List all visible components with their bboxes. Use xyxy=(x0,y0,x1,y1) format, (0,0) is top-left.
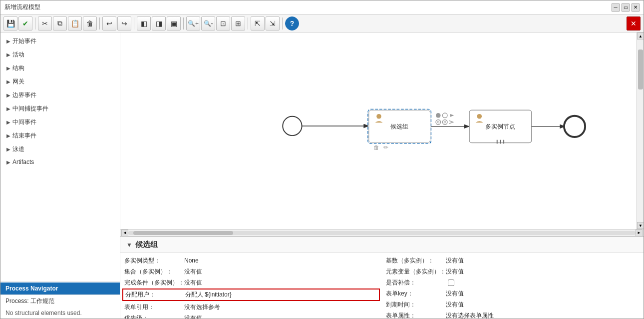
task1-label: 候选组 xyxy=(390,123,408,130)
expand-button[interactable]: ⇱ xyxy=(251,16,265,30)
sidebar-item-start-event[interactable]: ▶ 开始事件 xyxy=(0,34,120,48)
sidebar-item-label: 活动 xyxy=(12,50,24,59)
align-left-button[interactable]: ◧ xyxy=(137,16,151,30)
arrow-icon: ▶ xyxy=(6,79,10,84)
window-controls: ─ ▭ ✕ xyxy=(612,4,640,12)
zoom-100-button[interactable]: ⊞ xyxy=(231,16,245,30)
toolbar-separator-1 xyxy=(35,18,35,30)
redo-button[interactable]: ↪ xyxy=(117,16,131,30)
no-structural-text: No structural elements used. xyxy=(0,308,120,318)
prop-label: 元素变量（多实例）： xyxy=(386,268,446,276)
sidebar-item-intermediate-catch[interactable]: ▶ 中间捕捉事件 xyxy=(0,102,120,116)
zoom-out-button[interactable]: 🔍- xyxy=(201,16,215,30)
cut-button[interactable]: ✂ xyxy=(38,16,52,30)
zoom-fit-button[interactable]: ⊡ xyxy=(216,16,230,30)
panel-header: ▼ 候选组 xyxy=(120,237,644,253)
sidebar-item-swimlane[interactable]: ▶ 泳道 xyxy=(0,142,120,156)
sidebar-item-label: 开始事件 xyxy=(12,37,36,46)
toolbar-close-button[interactable]: ✕ xyxy=(627,16,641,30)
diagram-canvas[interactable]: 候选组 🗑 ✏ xyxy=(120,32,637,229)
property-panel: ▼ 候选组 多实例类型： None 集合（多实例）： 没有值 xyxy=(120,236,644,318)
help-button[interactable]: ? xyxy=(285,16,299,30)
panel-title: 候选组 xyxy=(135,240,158,250)
prop-form-key: 表单key： 没有值 xyxy=(382,288,644,299)
toolbar-separator-6 xyxy=(282,18,283,30)
collapse-button[interactable]: ⇲ xyxy=(266,16,280,30)
arrow-icon: ▶ xyxy=(6,106,10,112)
prop-form-ref: 表单引用： 没有选择参考 xyxy=(120,302,382,312)
check-button[interactable]: ✔ xyxy=(18,16,32,30)
sidebar-items: ▶ 开始事件 ▶ 活动 ▶ 结构 ▶ 网关 ▶ 边界事件 xyxy=(0,32,120,280)
main-window: 新增流程模型 ─ ▭ ✕ 💾 ✔ ✂ ⧉ 📋 🗑 ↩ ↪ ◧ ◨ ▣ 🔍+ 🔍-… xyxy=(0,0,644,319)
prop-value: 没有值 xyxy=(446,300,640,309)
prop-label: 集合（多实例）： xyxy=(124,268,184,276)
sidebar-item-structure[interactable]: ▶ 结构 xyxy=(0,62,120,75)
prop-label: 优先级： xyxy=(124,314,184,319)
start-event-shape xyxy=(283,116,302,136)
arrow-icon: ▶ xyxy=(6,146,10,152)
arrow-icon: ▶ xyxy=(6,92,10,98)
arrow-icon: ▶ xyxy=(6,38,10,44)
compensation-checkbox[interactable] xyxy=(448,280,454,286)
sidebar-item-artifacts[interactable]: ▶ Artifacts xyxy=(0,156,120,168)
minimize-button[interactable]: ─ xyxy=(612,4,620,12)
scroll-track-vertical[interactable] xyxy=(637,40,644,222)
toolbar-separator-2 xyxy=(99,18,100,30)
prop-form-properties: 表单属性： 没有选择表单属性 xyxy=(382,310,644,318)
process-navigator-label: Process Navigator xyxy=(5,285,58,292)
vertical-scrollbar[interactable]: ▲ ▼ xyxy=(637,32,644,229)
scroll-track-horizontal[interactable] xyxy=(128,231,636,235)
prop-value: 没有值 xyxy=(446,268,640,276)
distribute-button[interactable]: ▣ xyxy=(167,16,181,30)
prop-priority: 优先级： 没有值 xyxy=(120,312,382,318)
save-button[interactable]: 💾 xyxy=(3,16,17,30)
window-title: 新增流程模型 xyxy=(4,3,40,12)
copy-button[interactable]: ⧉ xyxy=(53,16,67,30)
prop-value: 没有选择参考 xyxy=(184,303,378,312)
sidebar-item-label: Artifacts xyxy=(12,158,34,166)
arrow-icon: ▶ xyxy=(6,160,10,165)
prop-label: 多实例类型： xyxy=(124,256,184,265)
paste-button[interactable]: 📋 xyxy=(68,16,82,30)
process-navigator-header: Process Navigator xyxy=(0,282,120,294)
zoom-in-button[interactable]: 🔍+ xyxy=(186,16,200,30)
horizontal-scrollbar[interactable]: ◄ ► xyxy=(120,229,644,236)
sidebar-item-label: 边界事件 xyxy=(12,91,36,100)
scroll-right-button[interactable]: ► xyxy=(636,230,643,236)
sidebar-item-intermediate-event[interactable]: ▶ 中间事件 xyxy=(0,116,120,129)
sidebar-item-boundary-event[interactable]: ▶ 边界事件 xyxy=(0,88,120,102)
prop-multi-instance-type: 多实例类型： None xyxy=(120,255,382,266)
sidebar-item-activity[interactable]: ▶ 活动 xyxy=(0,48,120,62)
scroll-thumb-horizontal[interactable] xyxy=(133,231,233,235)
prop-value: 没有值 xyxy=(184,314,378,319)
prop-collection: 集合（多实例）： 没有值 xyxy=(120,266,382,277)
prop-element-variable: 元素变量（多实例）： 没有值 xyxy=(382,266,644,277)
align-right-button[interactable]: ◨ xyxy=(152,16,166,30)
prop-label: 表单key： xyxy=(386,290,446,298)
scroll-left-button[interactable]: ◄ xyxy=(121,230,128,236)
arrow-icon: ▶ xyxy=(6,66,10,71)
restore-button[interactable]: ▭ xyxy=(622,4,630,12)
scroll-up-button[interactable]: ▲ xyxy=(637,32,644,40)
sidebar-item-label: 泳道 xyxy=(12,145,24,154)
sidebar-item-end-event[interactable]: ▶ 结束事件 xyxy=(0,129,120,142)
left-properties: 多实例类型： None 集合（多实例）： 没有值 完成条件（多实例）： 没有值 xyxy=(120,253,382,318)
undo-button[interactable]: ↩ xyxy=(102,16,116,30)
canvas-wrapper: 候选组 🗑 ✏ xyxy=(120,32,644,318)
prop-due-date: 到期时间： 没有值 xyxy=(382,299,644,310)
prop-assign-user: 分配用户： 分配人 ${initiator} xyxy=(122,288,380,301)
process-value: 工作规范 xyxy=(30,298,54,304)
prop-label: 完成条件（多实例）： xyxy=(124,278,184,287)
title-bar: 新增流程模型 ─ ▭ ✕ xyxy=(0,0,644,14)
sidebar-item-gateway[interactable]: ▶ 网关 xyxy=(0,75,120,88)
scroll-thumb-vertical[interactable] xyxy=(638,50,643,90)
arrow-icon: ▶ xyxy=(6,133,10,138)
prop-value: 分配人 ${initiator} xyxy=(185,290,377,299)
delete-button[interactable]: 🗑 xyxy=(83,16,97,30)
close-window-button[interactable]: ✕ xyxy=(632,4,640,12)
arrow-icon: ▶ xyxy=(6,52,10,58)
sidebar: ▶ 开始事件 ▶ 活动 ▶ 结构 ▶ 网关 ▶ 边界事件 xyxy=(0,32,120,318)
panel-collapse-icon[interactable]: ▼ xyxy=(126,242,132,248)
prop-value: None xyxy=(184,257,378,264)
scroll-down-button[interactable]: ▼ xyxy=(637,222,644,229)
